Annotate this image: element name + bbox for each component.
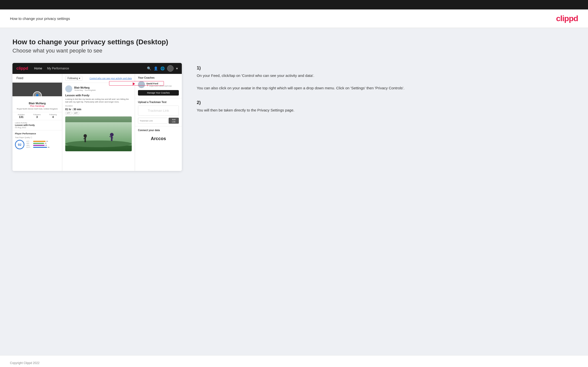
bar-ott-label: OTT xyxy=(26,141,32,142)
app-sidebar: Feed 👤 Blair McHarg Plus Handicap Royal … xyxy=(12,74,62,171)
following-button[interactable]: Following ▾ xyxy=(65,76,82,81)
header-title: How to change your privacy settings xyxy=(10,16,70,21)
post-header: Blair McHarg Yesterday · Sunningdale xyxy=(65,85,132,92)
profile-club: Royal North Devon Golf Club, United King… xyxy=(14,108,60,110)
post-tags: OTT APP xyxy=(65,112,132,114)
stat-followers: Followers 3 xyxy=(33,114,41,118)
quality-circle: 92 xyxy=(15,140,24,149)
following-label: Following xyxy=(67,77,78,80)
chevron-down-icon[interactable]: ▾ xyxy=(176,66,178,70)
coaches-title: Your Coaches xyxy=(138,76,179,79)
user-avatar[interactable] xyxy=(167,65,174,72)
stat-following: Following 4 xyxy=(49,114,57,118)
nav-my-performance[interactable]: My Performance xyxy=(47,67,69,70)
connect-title: Connect your data xyxy=(138,129,179,132)
user-icon[interactable]: 👤 xyxy=(154,66,158,70)
post-avatar xyxy=(65,85,72,92)
bar-putt-value: 96 xyxy=(48,147,50,148)
stat-activities: Activities 131 xyxy=(18,114,25,118)
bar-app: APP 85 xyxy=(26,143,60,144)
perf-title: Player Performance xyxy=(15,132,60,135)
bar-app-value: 85 xyxy=(45,143,47,144)
bar-putt: PUTT 96 xyxy=(26,147,60,148)
bar-putt-fill xyxy=(33,147,47,148)
bar-arg-value: 86 xyxy=(45,145,47,146)
arccos-logo: Arccos xyxy=(138,134,179,144)
player-performance: Player Performance Total Player Quality … xyxy=(12,130,62,151)
clippd-logo: clippd xyxy=(556,14,578,23)
trackman-section: Upload a Trackman Test Trackman Link Add… xyxy=(135,98,182,126)
page-subtitle: Choose what you want people to see xyxy=(12,48,576,54)
quality-row: 92 OTT 90 APP 85 xyxy=(15,140,60,149)
profile-name: Blair McHarg xyxy=(14,102,60,105)
bar-arg-fill xyxy=(33,145,45,146)
app-body: Feed 👤 Blair McHarg Plus Handicap Royal … xyxy=(12,74,182,171)
profile-avatar-wrap: 👤 xyxy=(33,91,42,96)
add-link-button[interactable]: Add Link xyxy=(169,118,179,124)
step1-text: On your Feed, click/tap on 'Control who … xyxy=(197,73,576,91)
top-bar xyxy=(0,0,588,9)
manage-coaches-button[interactable]: Manage Your Coaches xyxy=(138,90,179,96)
total-quality-label: Total Player Quality ⓘ xyxy=(15,136,60,139)
bar-app-fill xyxy=(33,143,44,144)
bar-arg: ARG 86 xyxy=(26,145,60,146)
bar-ott-value: 90 xyxy=(46,141,48,142)
post-duration-value: 01 hr : 30 min xyxy=(65,108,132,111)
stat-following-label: Following xyxy=(49,114,57,115)
profile-stats: Activities 131 Followers 3 Following 4 xyxy=(12,112,62,120)
content-row: clippd Home My Performance 🔍 👤 🌐 ▾ Feed xyxy=(12,63,576,171)
step2-number: 2) xyxy=(197,100,576,105)
following-chevron: ▾ xyxy=(79,77,80,80)
post-desc: Looking to feel like my hands are exitin… xyxy=(65,98,132,103)
profile-avatar: 👤 xyxy=(33,91,42,96)
post-title: Lesson with Fordy xyxy=(65,94,132,97)
main-content: How to change your privacy settings (Des… xyxy=(0,28,588,355)
nav-links: Home My Performance xyxy=(34,67,147,70)
nav-icons: 🔍 👤 🌐 ▾ xyxy=(147,65,178,72)
bar-ott: OTT 90 xyxy=(26,141,60,142)
trackman-row: Add Link xyxy=(138,118,179,124)
tag-app: APP xyxy=(73,112,79,114)
step2-text: You will then be taken directly to the P… xyxy=(197,107,576,113)
stat-followers-value: 3 xyxy=(33,115,41,118)
app-logo: clippd xyxy=(16,66,28,71)
step1-number: 1) xyxy=(197,65,576,71)
quality-bars: OTT 90 APP 85 ARG xyxy=(26,141,60,149)
footer-copyright: Copyright Clippd 2022 xyxy=(10,361,40,365)
control-link-highlight xyxy=(109,81,164,86)
svg-point-2 xyxy=(83,134,87,138)
latest-title: Lesson with Fordy xyxy=(15,124,60,126)
control-privacy-link[interactable]: Control who can see your activity and da… xyxy=(89,77,132,80)
header: How to change your privacy settings clip… xyxy=(0,9,588,28)
stat-activities-value: 131 xyxy=(18,115,25,118)
coaches-section: Your Coaches David Ford 📍 Royal North De… xyxy=(135,74,182,98)
latest-label: Latest Activity xyxy=(15,122,60,124)
trackman-placeholder: Trackman Link xyxy=(141,109,176,112)
bar-putt-label: PUTT xyxy=(26,147,32,148)
post-meta: Yesterday · Sunningdale xyxy=(74,89,96,91)
post-name: Blair McHarg xyxy=(74,86,96,89)
footer: Copyright Clippd 2022 xyxy=(0,355,588,367)
trackman-input-area: Trackman Link xyxy=(138,105,179,116)
search-icon[interactable]: 🔍 xyxy=(147,66,151,70)
feed-post: Blair McHarg Yesterday · Sunningdale Les… xyxy=(62,83,135,154)
post-user-info: Blair McHarg Yesterday · Sunningdale xyxy=(74,86,96,91)
profile-handicap: Plus Handicap xyxy=(14,105,60,107)
profile-banner: 👤 xyxy=(12,83,62,96)
bar-arg-label: ARG xyxy=(26,145,32,146)
stat-activities-label: Activities xyxy=(18,114,25,115)
instructions: 1) On your Feed, click/tap on 'Control w… xyxy=(192,63,576,122)
svg-point-5 xyxy=(110,133,114,137)
globe-icon[interactable]: 🌐 xyxy=(160,66,165,70)
page-title: How to change your privacy settings (Des… xyxy=(12,38,576,46)
tag-ott: OTT xyxy=(65,112,72,114)
trackman-field[interactable] xyxy=(138,118,168,124)
latest-date: 03 Aug 2022 xyxy=(15,126,60,129)
nav-home[interactable]: Home xyxy=(34,67,42,70)
stat-following-value: 4 xyxy=(49,115,57,118)
app-feed: Following ▾ Control who can see your act… xyxy=(62,74,135,171)
latest-activity: Latest Activity Lesson with Fordy 03 Aug… xyxy=(12,120,62,130)
profile-info: Blair McHarg Plus Handicap Royal North D… xyxy=(12,96,62,112)
feed-tab[interactable]: Feed xyxy=(12,74,62,83)
annotation-arrowhead xyxy=(133,82,135,85)
